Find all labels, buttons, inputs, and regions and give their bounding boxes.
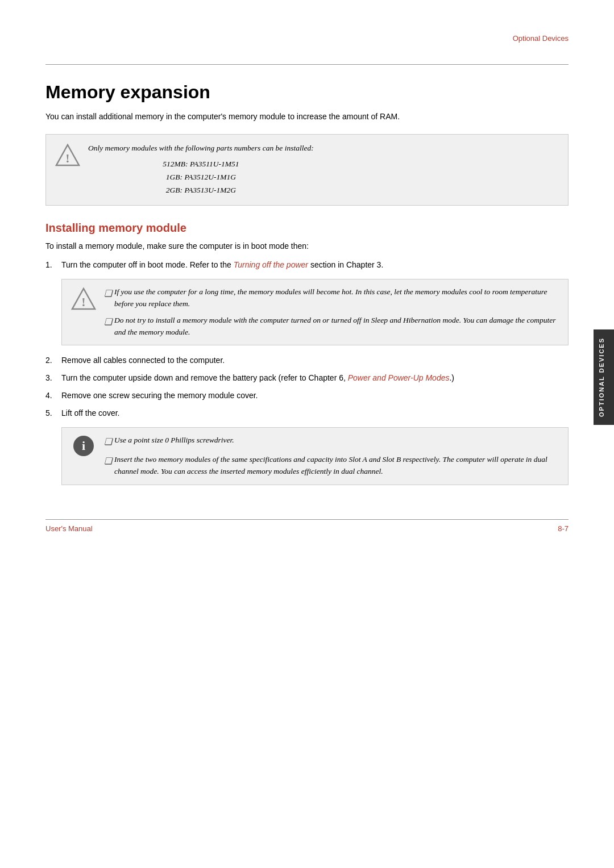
intro-text: You can install additional memory in the… xyxy=(45,111,569,123)
step-5-num: 5. xyxy=(45,407,61,419)
step-3-link[interactable]: Power and Power-Up Modes xyxy=(348,373,450,382)
notice-text: Only memory modules with the following p… xyxy=(88,143,314,197)
footer-right: 8-7 xyxy=(558,524,569,533)
header-rule xyxy=(45,64,569,65)
step5-note-list: ❏ Use a point size 0 Phillips screwdrive… xyxy=(104,435,559,478)
step-1-content: Turn the computer off in boot mode. Refe… xyxy=(61,259,569,271)
step-4: 4. Remove one screw securing the memory … xyxy=(45,390,569,402)
part-512mb: 512MB: PA3511U-1M51 xyxy=(163,160,239,168)
step1-warning-text-2: Do not try to install a memory module wi… xyxy=(114,315,559,339)
step5-note-item-2: ❏ Insert the two memory modules of the s… xyxy=(104,454,559,478)
header: Optional Devices xyxy=(45,34,569,47)
part-1gb: 1GB: PA3512U-1M1G xyxy=(166,173,236,181)
step5-note-item-1: ❏ Use a point size 0 Phillips screwdrive… xyxy=(104,435,559,449)
step-3: 3. Turn the computer upside down and rem… xyxy=(45,372,569,384)
step1-warning-item-1: ❏ If you use the computer for a long tim… xyxy=(104,286,559,310)
step5-note-container: i ❏ Use a point size 0 Phillips screwdri… xyxy=(45,427,569,485)
bullet-2: ❏ xyxy=(104,315,114,329)
step1-warning-text-1: If you use the computer for a long time,… xyxy=(114,286,559,310)
section-intro: To install a memory module, make sure th… xyxy=(45,240,569,252)
svg-text:i: i xyxy=(82,439,85,453)
step5-note-text-2: Insert the two memory modules of the sam… xyxy=(114,454,559,478)
step-3-text-after: .) xyxy=(449,373,454,382)
side-tab: Optional Devices xyxy=(594,329,614,425)
note-bullet-2: ❏ xyxy=(104,454,114,469)
step5-info-box: i ❏ Use a point size 0 Phillips screwdri… xyxy=(61,427,569,485)
step-5-content: Lift off the cover. xyxy=(61,407,569,419)
part-numbers: 512MB: PA3511U-1M51 1GB: PA3512U-1M1G 2G… xyxy=(88,158,314,197)
notice-line1: Only memory modules with the following p… xyxy=(88,144,314,152)
main-heading: Memory expansion xyxy=(45,82,569,103)
step1-warning-item-2: ❏ Do not try to install a memory module … xyxy=(104,315,559,339)
warning-triangle-icon: ! xyxy=(55,143,80,168)
step-3-num: 3. xyxy=(45,372,61,384)
step-1: 1. Turn the computer off in boot mode. R… xyxy=(45,259,569,271)
warning-icon-step1: ! xyxy=(71,286,96,315)
svg-text:!: ! xyxy=(65,151,69,165)
step-4-num: 4. xyxy=(45,390,61,402)
step-3-content: Turn the computer upside down and remove… xyxy=(61,372,569,384)
step-2-num: 2. xyxy=(45,354,61,366)
bullet-1: ❏ xyxy=(104,286,114,301)
step-3-text-before: Turn the computer upside down and remove… xyxy=(61,373,348,382)
footer-rule xyxy=(45,519,569,520)
step5-note-text-1: Use a point size 0 Phillips screwdriver. xyxy=(114,435,234,446)
footer: User's Manual 8-7 xyxy=(45,524,569,533)
part-2gb: 2GB: PA3513U-1M2G xyxy=(166,186,236,194)
step-1-num: 1. xyxy=(45,259,61,271)
step1-warning-list: ❏ If you use the computer for a long tim… xyxy=(104,286,559,339)
footer-left: User's Manual xyxy=(45,524,93,533)
step1-warning-box: ! ❏ If you use the computer for a long t… xyxy=(61,279,569,346)
step-4-content: Remove one screw securing the memory mod… xyxy=(61,390,569,402)
warning-notice-box: ! Only memory modules with the following… xyxy=(45,134,569,206)
steps-list: 1. Turn the computer off in boot mode. R… xyxy=(45,259,569,485)
step-5: 5. Lift off the cover. xyxy=(45,407,569,419)
page: Optional Devices Memory expansion You ca… xyxy=(0,0,614,868)
note-bullet-1: ❏ xyxy=(104,435,114,449)
step-1-link[interactable]: Turning off the power xyxy=(234,260,308,269)
step-1-text-before: Turn the computer off in boot mode. Refe… xyxy=(61,260,234,269)
sub-heading: Installing memory module xyxy=(45,222,569,235)
step-2: 2. Remove all cables connected to the co… xyxy=(45,354,569,366)
info-icon: i xyxy=(71,435,96,457)
svg-text:!: ! xyxy=(81,295,85,309)
step-2-content: Remove all cables connected to the compu… xyxy=(61,354,569,366)
header-title: Optional Devices xyxy=(513,34,569,43)
step-1-text-after: section in Chapter 3. xyxy=(308,260,383,269)
step-1-warning-container: ! ❏ If you use the computer for a long t… xyxy=(45,279,569,346)
